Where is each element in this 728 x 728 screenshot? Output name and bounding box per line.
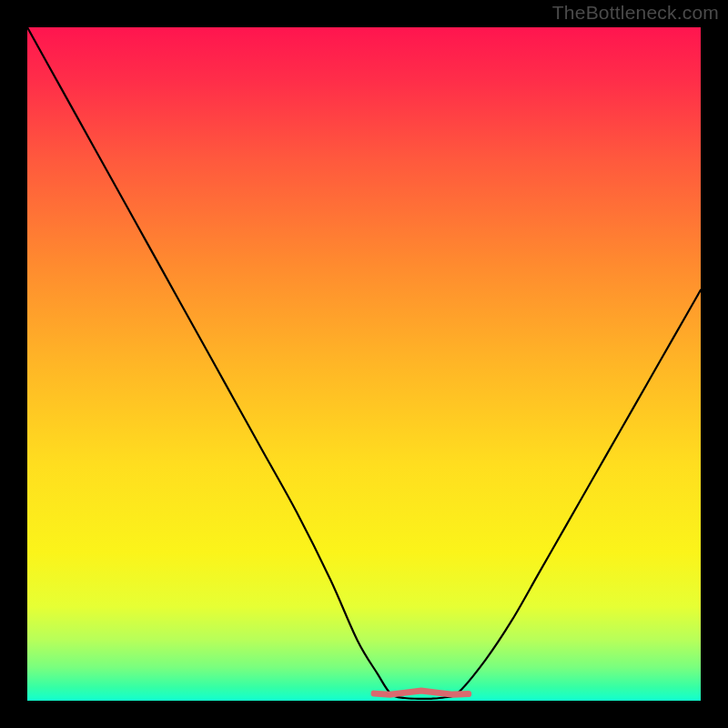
watermark-text: TheBottleneck.com <box>552 2 719 24</box>
curve-layer <box>27 27 701 701</box>
bottleneck-curve <box>27 27 701 699</box>
valley-marker <box>374 691 469 694</box>
plot-area <box>27 27 701 701</box>
chart-frame: TheBottleneck.com <box>0 0 728 728</box>
